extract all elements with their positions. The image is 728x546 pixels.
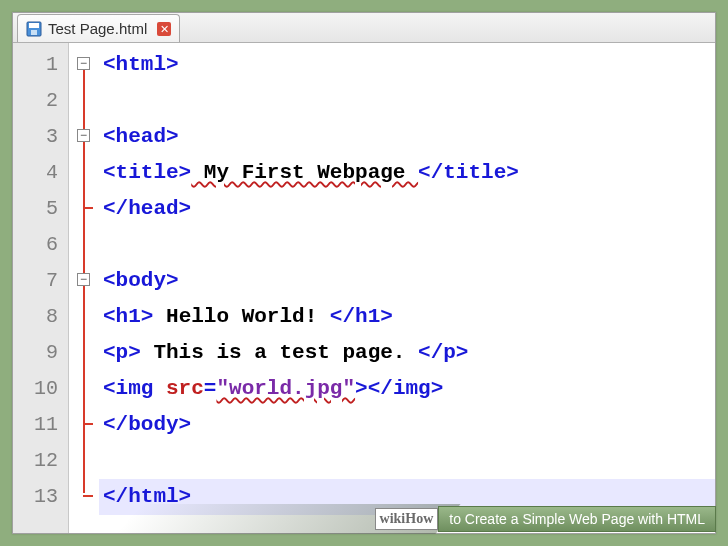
code-line: <title> My First Webpage </title> xyxy=(99,155,715,191)
tab-filename: Test Page.html xyxy=(48,20,147,37)
save-disk-icon xyxy=(26,21,42,37)
line-number: 11 xyxy=(13,407,68,443)
code-line xyxy=(99,443,715,479)
fold-toggle-icon[interactable]: − xyxy=(77,129,90,142)
line-number: 6 xyxy=(13,227,68,263)
code-line: <p> This is a test page. </p> xyxy=(99,335,715,371)
line-number: 2 xyxy=(13,83,68,119)
code-line: <img src="world.jpg"></img> xyxy=(99,371,715,407)
fold-toggle-icon[interactable]: − xyxy=(77,57,90,70)
editor-window: Test Page.html ✕ 1 2 3 4 5 6 7 8 9 10 11… xyxy=(12,12,716,534)
svg-rect-1 xyxy=(29,23,39,28)
line-number: 1 xyxy=(13,47,68,83)
watermark: wikiHow to Create a Simple Web Page with… xyxy=(375,506,716,532)
line-number-gutter: 1 2 3 4 5 6 7 8 9 10 11 12 13 xyxy=(13,43,69,533)
fold-column: − − − xyxy=(69,43,99,533)
code-line: </head> xyxy=(99,191,715,227)
editor-area: 1 2 3 4 5 6 7 8 9 10 11 12 13 − − − <htm… xyxy=(13,43,715,533)
code-line: <html> xyxy=(99,47,715,83)
code-line: <h1> Hello World! </h1> xyxy=(99,299,715,335)
fold-end-icon xyxy=(83,495,93,497)
file-tab[interactable]: Test Page.html ✕ xyxy=(17,14,180,42)
tab-bar: Test Page.html ✕ xyxy=(13,13,715,43)
fold-end-icon xyxy=(83,207,93,209)
line-number: 10 xyxy=(13,371,68,407)
code-line: </body> xyxy=(99,407,715,443)
watermark-title: to Create a Simple Web Page with HTML xyxy=(438,506,716,532)
code-line xyxy=(99,227,715,263)
line-number: 3 xyxy=(13,119,68,155)
line-number: 13 xyxy=(13,479,68,515)
code-line xyxy=(99,83,715,119)
line-number: 9 xyxy=(13,335,68,371)
line-number: 5 xyxy=(13,191,68,227)
svg-rect-2 xyxy=(31,30,37,35)
code-line: <body> xyxy=(99,263,715,299)
line-number: 12 xyxy=(13,443,68,479)
fold-toggle-icon[interactable]: − xyxy=(77,273,90,286)
code-line: <head> xyxy=(99,119,715,155)
fold-end-icon xyxy=(83,423,93,425)
watermark-brand: wikiHow xyxy=(375,508,439,530)
line-number: 8 xyxy=(13,299,68,335)
code-area[interactable]: <html> <head> <title> My First Webpage <… xyxy=(99,43,715,533)
close-icon[interactable]: ✕ xyxy=(157,22,171,36)
line-number: 4 xyxy=(13,155,68,191)
line-number: 7 xyxy=(13,263,68,299)
